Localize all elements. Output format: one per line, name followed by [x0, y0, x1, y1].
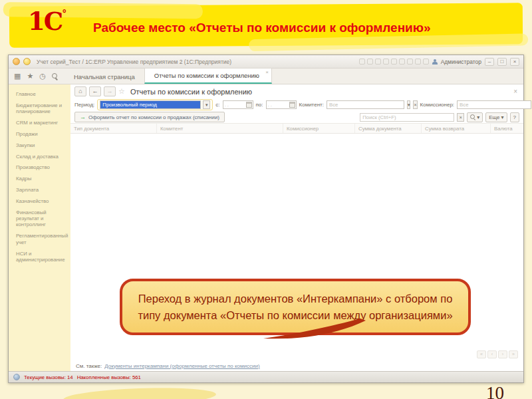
- register-report-button[interactable]: → Оформить отчет по комиссии о продажах …: [74, 112, 225, 122]
- callout-tail: [261, 319, 367, 342]
- sidebar-item-crm[interactable]: CRM и маркетинг: [16, 120, 68, 126]
- sidebar-item-hr[interactable]: Кадры: [16, 176, 68, 182]
- sidebar-item-regulated[interactable]: Регламентированный учет: [16, 233, 68, 245]
- column-komissioner[interactable]: Комиссионер: [283, 124, 355, 133]
- date-from-label: с:: [215, 102, 219, 108]
- 1c-logo: 1С°: [28, 9, 65, 34]
- komitent-field: [327, 100, 404, 109]
- sidebar-item-admin[interactable]: НСИ и администрирование: [16, 251, 68, 263]
- toolbar-icon[interactable]: [367, 59, 373, 65]
- toolbar-icon[interactable]: [391, 59, 397, 65]
- forward-icon[interactable]: →: [104, 86, 116, 96]
- komitent-label: Комитент:: [299, 102, 324, 108]
- menu-grid-icon[interactable]: ▦: [14, 72, 21, 80]
- column-doc-type[interactable]: Тип документа: [70, 124, 157, 133]
- minimize-button[interactable]: –: [485, 58, 494, 66]
- date-to-field: [266, 100, 297, 109]
- command-bar: → Оформить отчет по комиссии о продажах …: [70, 111, 523, 124]
- status-bar: Текущие вызовы: 14 Накопленные вызовы: 5…: [9, 371, 523, 382]
- sidebar-item-purchases[interactable]: Закупки: [16, 142, 68, 148]
- add-favorite-icon[interactable]: ☆: [118, 87, 125, 96]
- table-header: Тип документа Комитент Комиссионер Сумма…: [70, 124, 523, 134]
- table-nav-buttons: « ‹ › »: [70, 350, 523, 360]
- close-form-icon[interactable]: ×: [513, 88, 519, 95]
- history-icon[interactable]: ◷: [39, 72, 46, 80]
- current-user-label: Администратор: [441, 59, 481, 65]
- go-arrow-icon: →: [80, 114, 86, 120]
- search-clear-icon[interactable]: ×: [457, 113, 464, 122]
- user-icon: [432, 59, 438, 65]
- maximize-button[interactable]: □: [497, 58, 507, 66]
- komissioner-input[interactable]: [458, 102, 531, 108]
- sidebar-item-salary[interactable]: Зарплата: [16, 187, 68, 193]
- nav-prev-icon[interactable]: ‹: [487, 350, 497, 358]
- filter-row: Период: Произвольный период ▾ с: по:: [70, 98, 523, 111]
- toolbar-icon[interactable]: [415, 59, 421, 65]
- komissioner-label: Комиссионер:: [420, 102, 455, 108]
- sidebar-item-finance[interactable]: Финансовый результат и контроллинг: [16, 209, 68, 228]
- window-titlebar: Учет серий_Тест / 1С:ERP Управление пред…: [9, 55, 523, 68]
- search-field: [360, 113, 454, 122]
- magnifier-icon: [470, 114, 475, 120]
- sidebar-item-warehouse[interactable]: Склад и доставка: [16, 154, 68, 160]
- column-doc-sum[interactable]: Сумма документа: [355, 124, 422, 133]
- slide-title: Рабочее место «Отчеты по комиссии к офор…: [93, 21, 431, 35]
- toolbar-icon[interactable]: [407, 59, 413, 65]
- toolbar-icon[interactable]: [375, 59, 381, 65]
- column-return-sum[interactable]: Сумма возврата: [422, 124, 491, 133]
- brush-mark: [63, 386, 217, 399]
- period-value: Произвольный период: [100, 101, 200, 108]
- more-actions-button[interactable]: Еще ▾: [485, 112, 507, 122]
- sections-panel: Главное Бюджетирование и планирование CR…: [9, 84, 70, 371]
- search-icon[interactable]: [52, 73, 58, 79]
- komissioner-field: [457, 100, 531, 109]
- calendar-icon[interactable]: [246, 102, 252, 108]
- komitent-input[interactable]: [327, 102, 404, 108]
- tab-close-icon[interactable]: ×: [265, 69, 269, 75]
- date-from-field: [223, 100, 253, 109]
- home-icon[interactable]: ⌂: [74, 86, 86, 96]
- sidebar-item-treasury[interactable]: Казначейство: [16, 198, 68, 204]
- toolbar-icon[interactable]: [423, 59, 429, 65]
- sidebar-item-budgeting[interactable]: Бюджетирование и планирование: [16, 102, 68, 115]
- toolbar-icon[interactable]: [399, 59, 405, 65]
- sidebar-item-main[interactable]: Главное: [16, 91, 68, 97]
- intercompany-documents-link[interactable]: Документы интеркампани (оформленные отче…: [104, 363, 259, 369]
- period-combobox[interactable]: Произвольный период: [100, 100, 201, 109]
- column-komitent[interactable]: Комитент: [157, 124, 283, 133]
- toolbar-icon[interactable]: [359, 59, 365, 65]
- nav-next-icon[interactable]: ›: [498, 350, 507, 358]
- more-dropdown-icon: ▾: [501, 114, 504, 120]
- help-button[interactable]: ?: [510, 112, 519, 122]
- back-icon[interactable]: ←: [89, 86, 101, 96]
- komitent-dropdown-icon[interactable]: ▾: [407, 100, 411, 109]
- tab-label: Отчеты по комиссии к оформлению: [154, 72, 259, 79]
- close-window-button[interactable]: ×: [510, 58, 519, 66]
- tab-commission-reports[interactable]: Отчеты по комиссии к оформлению ×: [144, 68, 272, 84]
- period-control: Произвольный период ▾: [97, 99, 213, 110]
- nav-last-icon[interactable]: »: [509, 350, 518, 358]
- period-dropdown-icon[interactable]: ▾: [203, 100, 210, 109]
- advanced-search-button[interactable]: ▾: [467, 112, 483, 122]
- komitent-clear-icon[interactable]: ×: [413, 100, 417, 109]
- date-to-input[interactable]: [267, 102, 289, 108]
- favorites-star-icon[interactable]: ★: [27, 72, 33, 80]
- service-menu-button[interactable]: [23, 58, 31, 65]
- nav-first-icon[interactable]: «: [477, 350, 486, 358]
- tab-home[interactable]: Начальная страница: [65, 70, 144, 84]
- sidebar-item-sales[interactable]: Продажи: [16, 131, 68, 137]
- toolbar-icon[interactable]: [383, 59, 389, 65]
- accumulated-calls-label: Накопленные вызовы: 561: [77, 374, 141, 380]
- see-also-row: См. также: Документы интеркампани (оформ…: [70, 360, 523, 371]
- logo-trademark-dot: °: [62, 9, 65, 19]
- search-input[interactable]: [360, 114, 454, 120]
- form-nav-row: ⌂ ← → ☆ Отчеты по комиссии к оформлению …: [70, 84, 523, 98]
- calendar-icon[interactable]: [289, 102, 295, 108]
- date-to-label: по:: [256, 102, 263, 108]
- performance-indicator-icon: [13, 374, 20, 380]
- sidebar-item-production[interactable]: Производство: [16, 164, 68, 170]
- date-from-input[interactable]: [223, 102, 246, 108]
- main-menu-button[interactable]: [13, 58, 20, 65]
- tab-bar: ▦ ★ ◷ Начальная страница Отчеты по комис…: [9, 68, 523, 84]
- column-currency[interactable]: Валюта: [491, 124, 523, 133]
